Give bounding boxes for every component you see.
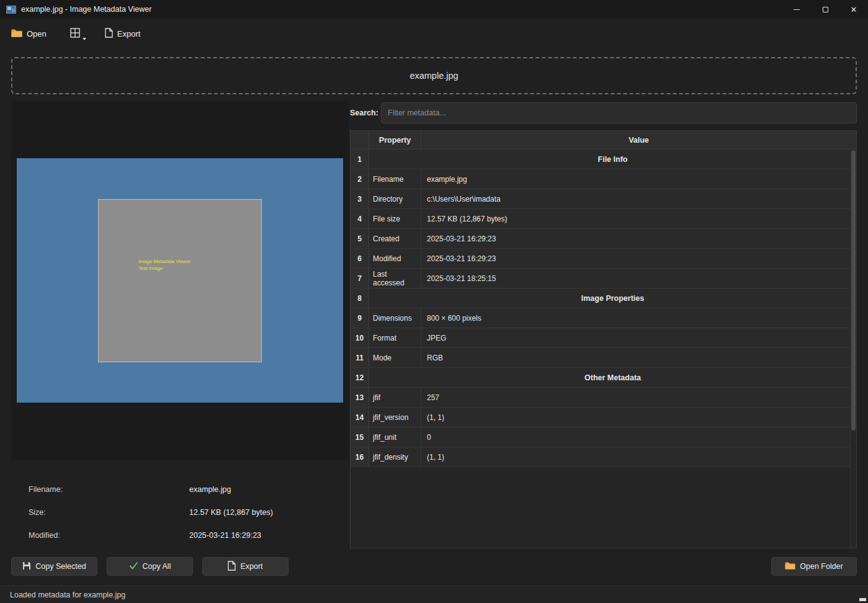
table-row[interactable]: 5Created2025-03-21 16:29:23 (351, 229, 856, 249)
table-row[interactable]: 4File size12.57 KB (12,867 bytes) (351, 209, 856, 229)
column-header-value[interactable]: Value (421, 131, 856, 149)
maximize-icon (823, 7, 828, 12)
row-number[interactable]: 7 (351, 269, 369, 288)
value-cell[interactable]: 257 (421, 388, 856, 407)
row-number[interactable]: 13 (351, 388, 369, 407)
property-cell[interactable]: Filename (369, 169, 421, 189)
table-section-row[interactable]: 1File Info (351, 150, 856, 169)
table-row[interactable]: 16jfif_density(1, 1) (351, 447, 856, 467)
section-header-label: Image Properties (369, 288, 856, 308)
row-number[interactable]: 8 (351, 288, 369, 308)
property-cell[interactable]: jfif_density (369, 447, 421, 467)
table-scrollbar[interactable] (850, 150, 856, 548)
value-cell[interactable]: 2025-03-21 16:29:23 (421, 229, 856, 248)
scrollbar-thumb[interactable] (851, 150, 856, 431)
info-value-size: 12.57 KB (12,867 bytes) (189, 508, 273, 517)
info-value-modified: 2025-03-21 16:29:23 (189, 531, 261, 540)
maximize-button[interactable] (811, 0, 839, 19)
value-cell[interactable]: example.jpg (421, 169, 856, 189)
property-cell[interactable]: Created (369, 229, 421, 248)
table-header: Property Value (351, 131, 856, 150)
value-cell[interactable]: (1, 1) (421, 447, 856, 467)
minimize-icon (794, 9, 800, 10)
resize-grip[interactable] (859, 598, 866, 601)
property-cell[interactable]: File size (369, 209, 421, 228)
value-cell[interactable]: JPEG (421, 328, 856, 347)
table-row[interactable]: 9Dimensions800 × 600 pixels (351, 308, 856, 328)
column-header-property[interactable]: Property (369, 131, 421, 149)
table-section-row[interactable]: 8Image Properties (351, 288, 856, 308)
row-number[interactable]: 5 (351, 229, 369, 248)
app-icon (6, 6, 16, 14)
row-number[interactable]: 12 (351, 368, 369, 387)
copy-selected-label: Copy Selected (35, 562, 86, 571)
row-number[interactable]: 16 (351, 447, 369, 467)
table-row[interactable]: 14jfif_version(1, 1) (351, 408, 856, 427)
row-number[interactable]: 11 (351, 348, 369, 367)
close-button[interactable]: ✕ (839, 0, 868, 19)
property-cell[interactable]: Mode (369, 348, 421, 367)
row-number[interactable]: 9 (351, 308, 369, 328)
info-value-filename: example.jpg (189, 485, 231, 494)
window-controls: ✕ (782, 0, 868, 19)
open-button[interactable]: Open (6, 25, 51, 43)
section-header-label: File Info (369, 150, 856, 169)
row-number[interactable]: 14 (351, 408, 369, 427)
row-number[interactable]: 6 (351, 249, 369, 268)
export-toolbar-button[interactable]: Export (100, 24, 146, 43)
info-label-filename: Filename: (29, 485, 189, 494)
dropzone-label: example.jpg (409, 71, 458, 81)
export-button[interactable]: Export (202, 557, 289, 576)
property-cell[interactable]: Directory (369, 189, 421, 208)
value-cell[interactable]: 0 (421, 427, 856, 447)
table-row[interactable]: 15jfif_unit0 (351, 427, 856, 447)
header-corner[interactable] (351, 131, 369, 149)
table-row[interactable]: 11ModeRGB (351, 348, 856, 368)
export-toolbar-label: Export (117, 29, 141, 38)
row-number[interactable]: 10 (351, 328, 369, 347)
copy-selected-button[interactable]: Copy Selected (11, 557, 97, 576)
table-section-row[interactable]: 12Other Metadata (351, 368, 856, 388)
copy-all-button[interactable]: Copy All (107, 557, 193, 576)
property-cell[interactable]: Last accessed (369, 269, 421, 288)
export-button-label: Export (240, 562, 262, 571)
info-label-modified: Modified: (29, 531, 189, 540)
value-cell[interactable]: 12.57 KB (12,867 bytes) (421, 209, 856, 228)
row-number[interactable]: 1 (351, 150, 369, 169)
search-input[interactable] (381, 102, 857, 123)
minimize-button[interactable] (782, 0, 811, 19)
table-row[interactable]: 13jfif257 (351, 388, 856, 408)
property-cell[interactable]: jfif_unit (369, 427, 421, 447)
toolbar: Open Export (0, 19, 868, 48)
property-cell[interactable]: Format (369, 328, 421, 347)
value-cell[interactable]: (1, 1) (421, 408, 856, 427)
main-content: Image Metadata Viewer Test Image Filenam… (11, 100, 857, 548)
dropzone[interactable]: example.jpg (11, 57, 857, 94)
row-number[interactable]: 2 (351, 169, 369, 189)
open-folder-label: Open Folder (800, 562, 843, 571)
folder-icon (785, 561, 795, 571)
row-number[interactable]: 3 (351, 189, 369, 208)
open-folder-button[interactable]: Open Folder (771, 557, 857, 576)
table-row[interactable]: 6Modified2025-03-21 16:29:23 (351, 249, 856, 269)
value-cell[interactable]: 2025-03-21 18:25:15 (421, 269, 856, 288)
metadata-table: Property Value 1File Info2Filenameexampl… (350, 130, 857, 548)
info-label-size: Size: (29, 508, 189, 517)
dropdown-caret-icon (83, 38, 86, 40)
table-row[interactable]: 2Filenameexample.jpg (351, 169, 856, 189)
property-cell[interactable]: jfif (369, 388, 421, 407)
view-grid-button[interactable] (65, 24, 87, 43)
property-cell[interactable]: Modified (369, 249, 421, 268)
value-cell[interactable]: 800 × 600 pixels (421, 308, 856, 328)
property-cell[interactable]: jfif_version (369, 408, 421, 427)
property-cell[interactable]: Dimensions (369, 308, 421, 328)
value-cell[interactable]: c:\Users\User\imadata (421, 189, 856, 208)
row-number[interactable]: 15 (351, 427, 369, 447)
value-cell[interactable]: RGB (421, 348, 856, 367)
table-row[interactable]: 10FormatJPEG (351, 328, 856, 348)
table-row[interactable]: 7Last accessed2025-03-21 18:25:15 (351, 269, 856, 288)
row-number[interactable]: 4 (351, 209, 369, 228)
file-info-row: Modified: 2025-03-21 16:29:23 (29, 524, 349, 547)
value-cell[interactable]: 2025-03-21 16:29:23 (421, 249, 856, 268)
table-row[interactable]: 3Directoryc:\Users\User\imadata (351, 189, 856, 209)
